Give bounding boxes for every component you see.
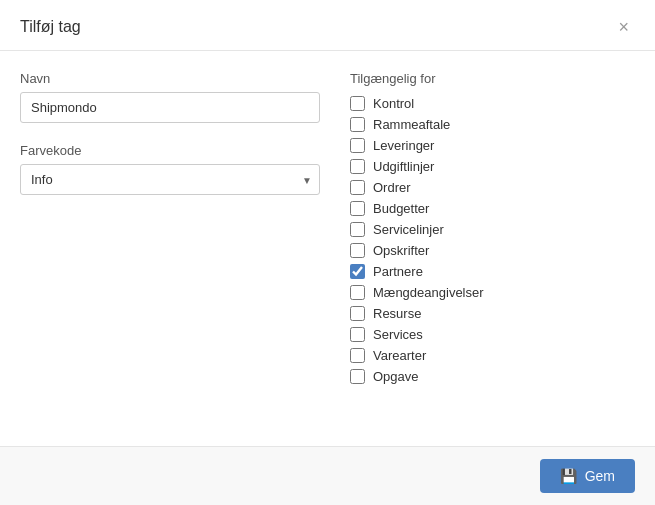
checkbox-leveringer[interactable] [350, 138, 365, 153]
name-input[interactable] [20, 92, 320, 123]
modal-footer: 💾 Gem [0, 446, 655, 505]
checkbox-ordrer[interactable] [350, 180, 365, 195]
checkbox-services[interactable] [350, 327, 365, 342]
right-panel: Tilgængelig for KontrolRammeaftaleLeveri… [350, 71, 635, 426]
checkbox-label-opgave[interactable]: Opgave [373, 369, 419, 384]
list-item: Udgiftlinjer [350, 159, 635, 174]
list-item: Leveringer [350, 138, 635, 153]
list-item: Rammeaftale [350, 117, 635, 132]
color-label: Farvekode [20, 143, 320, 158]
checkbox-label-partnere[interactable]: Partnere [373, 264, 423, 279]
checkbox-label-udgiftlinjer[interactable]: Udgiftlinjer [373, 159, 434, 174]
list-item: Partnere [350, 264, 635, 279]
list-item: Kontrol [350, 96, 635, 111]
close-button[interactable]: × [612, 16, 635, 38]
modal-header: Tilføj tag × [0, 0, 655, 51]
list-item: Opskrifter [350, 243, 635, 258]
save-button[interactable]: 💾 Gem [540, 459, 635, 493]
checkbox-varearter[interactable] [350, 348, 365, 363]
checkbox-label-ordrer[interactable]: Ordrer [373, 180, 411, 195]
checkbox-rammeaftale[interactable] [350, 117, 365, 132]
checkbox-partnere[interactable] [350, 264, 365, 279]
checkbox-list: KontrolRammeaftaleLeveringerUdgiftlinjer… [350, 96, 635, 384]
color-select-wrapper: Info Primær Succes Advarsel Fare ▼ [20, 164, 320, 195]
color-field-group: Farvekode Info Primær Succes Advarsel Fa… [20, 143, 320, 195]
modal-title: Tilføj tag [20, 18, 81, 36]
list-item: Opgave [350, 369, 635, 384]
available-label: Tilgængelig for [350, 71, 635, 86]
checkbox-budgetter[interactable] [350, 201, 365, 216]
name-field-group: Navn [20, 71, 320, 123]
checkbox-label-budgetter[interactable]: Budgetter [373, 201, 429, 216]
color-select[interactable]: Info Primær Succes Advarsel Fare [20, 164, 320, 195]
list-item: Mængdeangivelser [350, 285, 635, 300]
checkbox-opskrifter[interactable] [350, 243, 365, 258]
list-item: Servicelinjer [350, 222, 635, 237]
checkbox-label-opskrifter[interactable]: Opskrifter [373, 243, 429, 258]
checkbox-label-varearter[interactable]: Varearter [373, 348, 426, 363]
checkbox-resurse[interactable] [350, 306, 365, 321]
checkbox-label-services[interactable]: Services [373, 327, 423, 342]
list-item: Ordrer [350, 180, 635, 195]
save-label: Gem [585, 468, 615, 484]
checkbox-servicelinjer[interactable] [350, 222, 365, 237]
checkbox-kontrol[interactable] [350, 96, 365, 111]
list-item: Services [350, 327, 635, 342]
list-item: Budgetter [350, 201, 635, 216]
checkbox-label-servicelinjer[interactable]: Servicelinjer [373, 222, 444, 237]
list-item: Resurse [350, 306, 635, 321]
modal-dialog: Tilføj tag × Navn Farvekode Info Primær … [0, 0, 655, 505]
checkbox-label-kontrol[interactable]: Kontrol [373, 96, 414, 111]
checkbox-opgave[interactable] [350, 369, 365, 384]
modal-body: Navn Farvekode Info Primær Succes Advars… [0, 51, 655, 446]
left-panel: Navn Farvekode Info Primær Succes Advars… [20, 71, 320, 426]
checkbox-label-rammeaftale[interactable]: Rammeaftale [373, 117, 450, 132]
save-icon: 💾 [560, 468, 577, 484]
checkbox-label-leveringer[interactable]: Leveringer [373, 138, 434, 153]
checkbox-maengdeangivelser[interactable] [350, 285, 365, 300]
checkbox-label-resurse[interactable]: Resurse [373, 306, 421, 321]
name-label: Navn [20, 71, 320, 86]
list-item: Varearter [350, 348, 635, 363]
checkbox-label-maengdeangivelser[interactable]: Mængdeangivelser [373, 285, 484, 300]
checkbox-udgiftlinjer[interactable] [350, 159, 365, 174]
